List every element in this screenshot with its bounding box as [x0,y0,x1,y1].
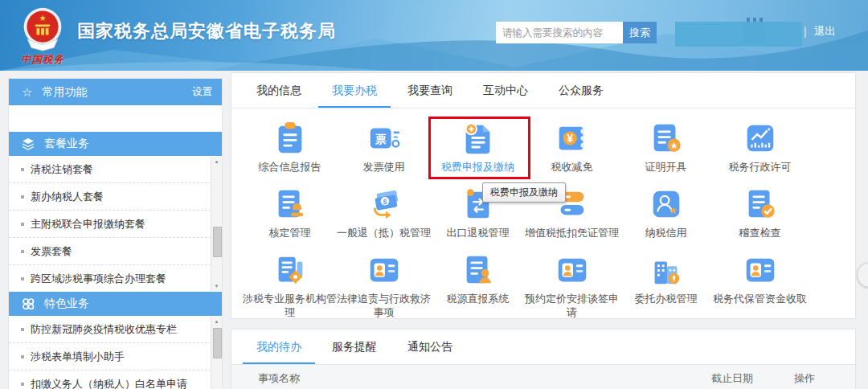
tooltip: 税费申报及缴纳 [482,182,566,203]
scroll-thumb[interactable] [213,328,222,358]
grid-item-label: 证明开具 [645,160,687,174]
sidebar-item[interactable]: 防控新冠肺炎疫情税收优惠专栏 [9,316,211,342]
grid-item-label: 法律追责与行政救济事项 [337,292,431,319]
sidebar-item[interactable]: 跨区域涉税事项综合办理套餐 [9,264,211,292]
search-input[interactable] [496,22,623,43]
grid-item-label: 税费申报及缴纳 [441,160,514,174]
sidebar-item[interactable]: 新办纳税人套餐 [9,182,211,210]
grid-item[interactable]: $一般退（抵）税管理 [337,182,431,248]
star-icon: ☆ [22,86,32,98]
main-tab[interactable]: 我要查询 [394,73,466,108]
todo-column-header: 截止日期 [711,371,794,386]
building-icon [619,252,713,290]
logo-text: 中国税务 [11,53,74,67]
todo-tab[interactable]: 通知公告 [394,330,466,364]
grid-item[interactable]: 委托办税管理 [619,248,713,314]
sidebar-item-label: 涉税表单填制小助手 [31,350,125,364]
grid-item[interactable]: ¥税收减免 [525,117,619,182]
doc-plus-icon [431,120,525,158]
main-area: 我的信息我要办税我要查询互动中心公众服务 综合信息报告票发票使用税费申报及缴纳¥… [231,72,856,389]
sidebar-section-header: 套餐业务 [9,132,222,156]
sidebar-item-label: 跨区域涉税事项综合办理套餐 [31,272,166,286]
grid-item-label: 发票使用 [363,160,405,174]
svg-text:★: ★ [669,205,678,216]
main-tab[interactable]: 互动中心 [469,73,542,108]
grid-item-label: 税务代保管资金收取 [713,292,807,305]
todo-tab[interactable]: 服务提醒 [318,330,391,364]
grid-item-label: 税源直报系统 [447,292,510,305]
grid-item-label: 一般退（抵）税管理 [337,226,431,240]
page: ★ 中国税务 国家税务总局安徽省电子税务局 搜索 | 退出 ☆ [0,0,868,389]
grid-item[interactable]: 税源直报系统 [431,248,525,314]
main-tab[interactable]: 我要办税 [318,73,391,108]
grid-item-label: 稽查检查 [739,226,781,240]
logout-area: | 退出 [804,24,836,39]
grid-item[interactable]: 税务代保管资金收取 [713,248,807,314]
clipboard-icon [243,120,337,158]
person-star-icon: ★ [619,186,713,224]
grid-item[interactable]: ★纳税信用 [619,182,713,248]
settings-button[interactable]: 设置 [192,85,212,99]
grid-item[interactable]: 涉税专业服务机构管理 [243,248,337,314]
main-tab[interactable]: 公众服务 [545,73,617,108]
grid-item[interactable]: 稽查检查 [713,182,807,248]
svg-text:★: ★ [39,13,46,22]
yuan-ticket-icon: ¥ [525,120,619,158]
svg-text:¥: ¥ [567,132,573,145]
grid-item[interactable]: 税费申报及缴纳 [431,117,525,182]
section-title: 套餐业务 [44,137,89,151]
sidebar-item-label: 扣缴义务人（纳税人）白名单申请 [31,377,187,389]
scroll-up-icon[interactable]: ▲ [211,317,222,326]
sidebar-section-header: 特色业务 [9,292,222,316]
svg-text:$: $ [383,198,387,206]
grid-item[interactable]: 核定管理 [243,182,337,248]
bullet-icon [21,355,24,358]
separator: | [804,25,807,38]
grid-item[interactable]: 税务行政许可 [713,117,807,182]
sidebar-section-list: 防控新冠肺炎疫情税收优惠专栏涉税表单填制小助手扣缴义务人（纳税人）白名单申请▲ [9,316,222,389]
main-tabs: 我的信息我要办税我要查询互动中心公众服务 [231,73,855,109]
grid-item[interactable]: 预约定价安排谈签申请 [525,248,619,314]
id-card-icon [525,252,619,290]
sidebar-item-label: 清税注销套餐 [31,162,93,177]
search-button[interactable]: 搜索 [623,22,657,43]
todo-column-header: 事项名称 [231,371,711,386]
grid-item[interactable]: 法律追责与行政救济事项 [337,248,431,314]
logout-link[interactable]: 退出 [814,24,836,39]
sidebar-item[interactable]: 涉税表单填制小助手 [9,342,211,370]
money-back-icon: $ [337,186,431,224]
doc-gear-icon [243,252,337,290]
grid-item-label: 涉税专业服务机构管理 [243,292,337,319]
sidebar-item-label: 发票套餐 [31,244,72,259]
sidebar-item-label: 新办纳税人套餐 [31,190,104,204]
section-title: 特色业务 [44,297,89,311]
sidebar-item[interactable]: 清税注销套餐 [9,156,211,182]
grid-item-label: 增值税抵扣凭证管理 [525,226,619,240]
welcome-redacted-box [675,22,802,47]
svg-text:票: 票 [374,133,386,145]
main-tab[interactable]: 我的信息 [243,73,315,108]
scroll-up-icon[interactable]: ▲ [211,157,222,166]
doc-check-icon [713,186,807,224]
bullet-icon [21,168,24,171]
sidebar-item[interactable]: 扣缴义务人（纳税人）白名单申请 [9,370,211,389]
sidebar-item[interactable]: 发票套餐 [9,237,211,264]
grid-item[interactable]: ★证明开具 [619,117,713,182]
stack-icon [22,137,35,150]
scroll-down-icon[interactable]: ▼ [211,281,222,291]
clover-icon [22,297,35,310]
scrollbar[interactable]: ▲▼ [211,157,222,291]
sidebar-item[interactable]: 主附税联合申报缴纳套餐 [9,210,211,237]
grid-item-label: 税务行政许可 [729,160,792,174]
grid-item-label: 预约定价安排谈签申请 [525,292,619,319]
scroll-thumb[interactable] [213,227,222,257]
todo-tab[interactable]: 我的待办 [243,330,315,364]
grid-item-label: 税收减免 [551,160,593,174]
scrollbar[interactable]: ▲ [211,317,222,389]
bullet-icon [21,223,24,226]
grid-item-label: 委托办税管理 [635,292,698,305]
grid-item[interactable]: 票发票使用 [337,117,431,182]
todo-tabs: 我的待办服务提醒通知公告 [231,330,855,365]
main-panel: 我的信息我要办税我要查询互动中心公众服务 综合信息报告票发票使用税费申报及缴纳¥… [231,72,856,319]
grid-item[interactable]: 综合信息报告 [243,117,337,182]
